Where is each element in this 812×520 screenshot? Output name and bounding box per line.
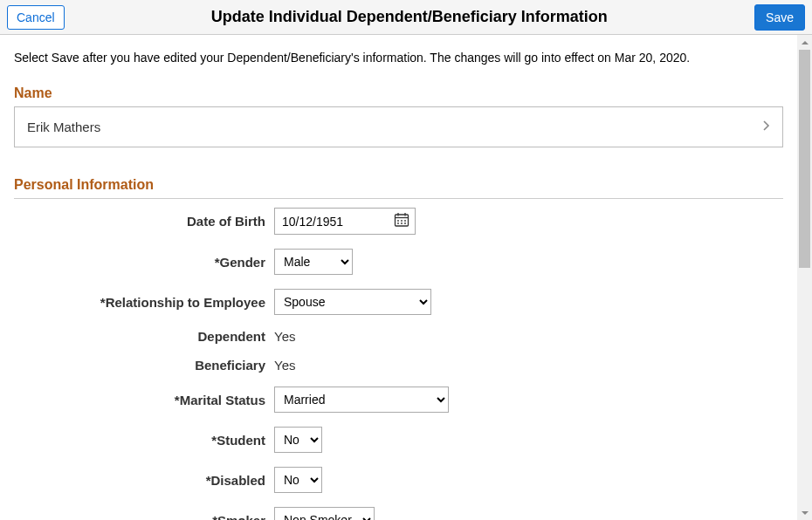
cancel-button[interactable]: Cancel <box>7 5 65 30</box>
student-row: *Student No <box>14 427 783 453</box>
dob-input[interactable] <box>275 209 389 234</box>
disabled-row: *Disabled No <box>14 467 783 493</box>
beneficiary-row: Beneficiary Yes <box>14 358 783 373</box>
svg-point-9 <box>404 222 406 224</box>
dob-row: Date of Birth <box>14 208 783 235</box>
dob-label: Date of Birth <box>14 214 274 229</box>
gender-select[interactable]: Male <box>274 249 353 275</box>
divider <box>14 198 783 199</box>
vertical-scrollbar[interactable] <box>797 35 812 520</box>
dependent-label: Dependent <box>14 329 274 344</box>
svg-point-4 <box>397 220 399 222</box>
chevron-right-icon <box>761 120 770 134</box>
dob-input-wrap <box>274 208 416 235</box>
calendar-icon[interactable] <box>389 209 415 234</box>
scroll-down-arrow-icon[interactable] <box>797 505 812 520</box>
save-button[interactable]: Save <box>754 4 805 31</box>
scrollbar-thumb[interactable] <box>799 50 810 268</box>
smoker-select[interactable]: Non Smoker <box>274 507 375 520</box>
relationship-select[interactable]: Spouse <box>274 289 431 315</box>
svg-point-6 <box>404 220 406 222</box>
scrollbar-track[interactable] <box>797 50 812 505</box>
scroll-up-arrow-icon[interactable] <box>797 35 812 50</box>
smoker-label: *Smoker <box>14 513 274 521</box>
student-select[interactable]: No <box>274 427 322 453</box>
relationship-row: *Relationship to Employee Spouse <box>14 289 783 315</box>
student-label: *Student <box>14 433 274 448</box>
dependent-value: Yes <box>274 329 295 344</box>
content-area: Select Save after you have edited your D… <box>0 35 797 520</box>
svg-point-7 <box>397 222 399 224</box>
gender-label: *Gender <box>14 255 274 270</box>
marital-select[interactable]: Married <box>274 387 449 413</box>
relationship-label: *Relationship to Employee <box>14 295 274 310</box>
personal-info-heading: Personal Information <box>14 177 783 193</box>
name-section-heading: Name <box>14 86 783 101</box>
disabled-label: *Disabled <box>14 473 274 488</box>
content-wrapper: Select Save after you have edited your D… <box>0 35 812 520</box>
smoker-row: *Smoker Non Smoker <box>14 507 783 520</box>
name-value: Erik Mathers <box>27 120 100 134</box>
dependent-row: Dependent Yes <box>14 329 783 344</box>
svg-point-8 <box>401 222 403 224</box>
beneficiary-value: Yes <box>274 358 295 373</box>
svg-point-5 <box>401 220 403 222</box>
gender-row: *Gender Male <box>14 249 783 275</box>
page-title: Update Individual Dependent/Beneficiary … <box>65 8 754 26</box>
header-bar: Cancel Update Individual Dependent/Benef… <box>0 0 812 35</box>
marital-label: *Marital Status <box>14 393 274 407</box>
disabled-select[interactable]: No <box>274 467 322 493</box>
marital-row: *Marital Status Married <box>14 387 783 413</box>
name-row[interactable]: Erik Mathers <box>14 106 783 147</box>
beneficiary-label: Beneficiary <box>14 358 274 373</box>
intro-text: Select Save after you have edited your D… <box>14 51 783 65</box>
